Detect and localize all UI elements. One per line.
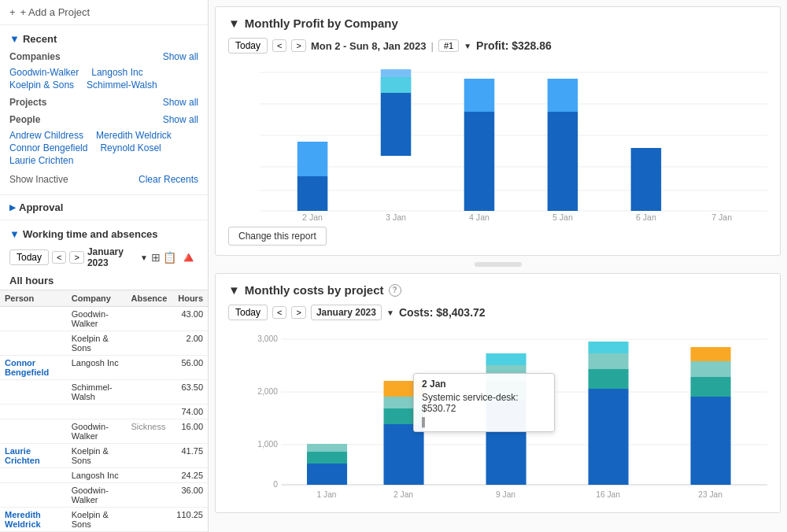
svg-rect-17 (464, 112, 495, 211)
svg-rect-14 (381, 93, 412, 156)
person-cell (0, 380, 67, 405)
wt-today-button[interactable]: Today (9, 249, 49, 265)
person-cell[interactable]: Connor Bengefield (0, 356, 67, 380)
svg-rect-20 (548, 79, 578, 112)
person-meredith[interactable]: Meredith Weldrick (96, 130, 172, 141)
projects-header: Projects Show all (0, 94, 208, 111)
plus-icon: + (9, 6, 16, 18)
absence-cell: Sickness (126, 419, 172, 444)
companies-show-all[interactable]: Show all (163, 51, 198, 62)
companies-header: Companies Show all (0, 48, 208, 65)
profit-panel: ▼ Monthly Profit by Company Today < > Mo… (215, 6, 781, 256)
svg-rect-41 (384, 397, 424, 408)
costs-controls: Today < > January 2023 ▼ Costs: $8,403.7… (228, 305, 767, 320)
svg-text:16 Jan: 16 Jan (596, 490, 620, 499)
people-label: People (9, 114, 40, 125)
add-project-button[interactable]: + + Add a Project (0, 0, 208, 25)
export-icon[interactable]: 📋 (163, 251, 176, 264)
projects-show-all[interactable]: Show all (163, 97, 198, 108)
svg-rect-50 (589, 342, 629, 353)
svg-rect-38 (307, 444, 347, 452)
person-cell[interactable]: Meredith Weldrick (0, 508, 67, 532)
profit-dropdown-icon[interactable]: ▼ (464, 42, 471, 50)
costs-month-dropdown[interactable]: ▼ (386, 308, 394, 317)
profit-value: Profit: $328.86 (476, 39, 552, 52)
company-koelpin-sons[interactable]: Koelpin & Sons (9, 79, 74, 91)
people-show-all[interactable]: Show all (163, 114, 198, 125)
table-row: Goodwin-Walker Sickness 16.00 (0, 419, 208, 444)
sidebar-bottom-row: Show Inactive Clear Recents (0, 169, 208, 190)
company-cell: Langosh Inc (67, 356, 127, 380)
svg-rect-43 (486, 401, 527, 485)
costs-panel: ▼ Monthly costs by project ? Today < > J… (215, 273, 781, 513)
company-cell: Koelpin & Sons (67, 444, 127, 468)
costs-today-button[interactable]: Today (228, 305, 268, 320)
svg-rect-39 (384, 424, 424, 485)
profit-date-range: Mon 2 - Sun 8, Jan 2023 (311, 40, 427, 52)
absence-cell (126, 444, 172, 468)
all-hours-label: All hours (0, 272, 208, 290)
person-cell (0, 419, 67, 444)
svg-rect-37 (307, 452, 347, 464)
approval-title: Approval (19, 201, 63, 213)
company-langosh-inc[interactable]: Langosh Inc (91, 67, 142, 78)
company-cell: Koelpin & Sons (67, 508, 127, 532)
table-icon[interactable]: ⊞ (151, 251, 161, 264)
working-time-triangle: ▼ (9, 228, 20, 240)
working-time-table: Person Company Absence Hours Goodwin-Wal… (0, 290, 208, 532)
profit-next-button[interactable]: > (291, 39, 305, 52)
costs-next-button[interactable]: > (291, 306, 305, 319)
profit-hash-badge[interactable]: #1 (438, 39, 459, 52)
profit-today-button[interactable]: Today (228, 38, 268, 54)
svg-text:2,000: 2,000 (257, 386, 278, 396)
companies-label: Companies (9, 51, 61, 62)
working-time-controls: Today < > January 2023 ▼ ⊞ 📋 🔺 (0, 243, 208, 272)
svg-rect-19 (548, 112, 578, 211)
company-schimmel-walsh[interactable]: Schimmel-Walsh (87, 79, 157, 91)
svg-rect-45 (486, 365, 527, 381)
svg-rect-46 (486, 353, 527, 365)
svg-rect-16 (381, 77, 412, 93)
profit-chart: 100 80 60 40 20 0 (252, 63, 767, 220)
person-cell (0, 331, 67, 356)
person-cell[interactable]: Laurie Crichten (0, 444, 67, 468)
show-inactive-link[interactable]: Show Inactive (9, 174, 68, 185)
absence-cell (126, 331, 172, 356)
company-goodwin-walker[interactable]: Goodwin-Walker (9, 67, 79, 78)
clear-recents-link[interactable]: Clear Recents (139, 174, 198, 185)
profit-title-text: Monthly Profit by Company (245, 17, 398, 30)
costs-prev-button[interactable]: < (272, 306, 286, 319)
costs-help-icon[interactable]: ? (389, 284, 401, 297)
wt-icons-group: ⊞ 📋 🔺 (151, 248, 198, 267)
svg-text:6 Jan: 6 Jan (636, 212, 656, 220)
recent-triangle-icon: ▼ (9, 33, 20, 45)
person-reynold[interactable]: Reynold Kosel (100, 142, 161, 153)
svg-text:0: 0 (273, 479, 278, 489)
change-report-button[interactable]: Change this report (228, 227, 327, 246)
svg-text:4 Jan: 4 Jan (469, 212, 490, 220)
company-cell: Goodwin-Walker (67, 307, 127, 331)
hours-cell: 36.00 (172, 483, 208, 508)
company-cell: Goodwin-Walker (67, 483, 127, 508)
absence-cell (126, 483, 172, 508)
company-cell: Langosh Inc (67, 468, 127, 483)
profit-prev-button[interactable]: < (272, 39, 286, 52)
wt-month-dropdown[interactable]: ▼ (140, 253, 148, 262)
svg-rect-18 (464, 79, 495, 112)
main-content: ▼ Monthly Profit by Company Today < > Mo… (209, 0, 787, 532)
wt-prev-button[interactable]: < (52, 251, 66, 264)
wt-next-button[interactable]: > (69, 251, 83, 264)
company-cell: Schimmel-Walsh (67, 380, 127, 405)
drive-icon[interactable]: 🔺 (179, 248, 198, 267)
col-company: Company (67, 290, 127, 307)
person-laurie[interactable]: Laurie Crichten (9, 155, 73, 166)
person-andrew[interactable]: Andrew Childress (9, 130, 83, 141)
table-row: Langosh Inc 24.25 (0, 468, 208, 483)
hours-cell: 74.00 (172, 405, 208, 419)
absence-cell (126, 468, 172, 483)
person-cell (0, 468, 67, 483)
working-time-header: ▼ Working time and absences (0, 225, 208, 243)
costs-chart-svg: 3,000 2,000 1,000 0 (256, 330, 767, 503)
person-connor[interactable]: Connor Bengefield (9, 142, 87, 153)
svg-text:2 Jan: 2 Jan (302, 212, 323, 220)
